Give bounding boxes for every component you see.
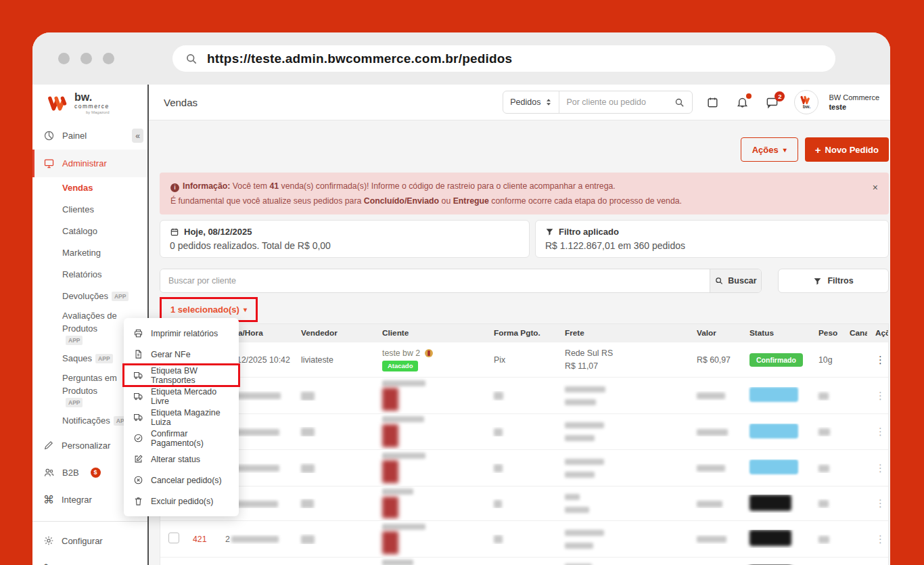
menu-item-label: Imprimir relatórios: [151, 329, 218, 338]
status-badge-redacted: [749, 495, 791, 511]
window-dot[interactable]: [103, 53, 114, 64]
chevron-down-icon: ▾: [244, 306, 247, 313]
menu-item-cancelar-pedidos[interactable]: Cancelar pedido(s): [124, 470, 239, 491]
redacted-text: [382, 560, 413, 565]
row-actions-button[interactable]: ⋮: [875, 462, 885, 474]
redacted-text: [382, 524, 425, 530]
acoes-button[interactable]: Ações ▾: [741, 137, 798, 162]
sidebar-collapse-button[interactable]: «: [132, 129, 143, 143]
sidebar-item-relatorios[interactable]: Relatórios: [62, 264, 143, 286]
redacted-text: [818, 428, 830, 436]
sidebar-item-label: Vendas: [62, 182, 93, 195]
row-actions-button[interactable]: ⋮: [875, 426, 885, 437]
table-row[interactable]: 420 1 R$ 15,00 ⋮: [160, 557, 888, 565]
client-search-input[interactable]: [160, 269, 710, 292]
table-row-redacted[interactable]: ⋮: [160, 413, 888, 450]
window-controls[interactable]: [58, 53, 114, 64]
messages-button[interactable]: 2: [762, 92, 782, 112]
status-badge-redacted: [749, 424, 798, 438]
col-frete: Frete: [557, 328, 689, 338]
table-row-redacted[interactable]: ⋮: [160, 377, 888, 413]
sidebar-item-marketing[interactable]: Marketing: [62, 242, 143, 264]
redacted-text: [697, 429, 728, 436]
sidebar-item-financeiro[interactable]: $ Financeiro: [32, 554, 147, 565]
redacted-badge: [382, 460, 398, 483]
table-row[interactable]: 08/12/2025 10:42 liviateste teste bw 2 A…: [160, 342, 888, 377]
menu-item-imprimir-relatorios[interactable]: Imprimir relatórios: [124, 323, 239, 344]
filtros-button[interactable]: Filtros: [778, 269, 889, 293]
truck-icon: [133, 412, 143, 422]
window-dot[interactable]: [58, 53, 70, 64]
sidebar-item-label: Integrar: [62, 495, 92, 505]
menu-item-gerar-nfe[interactable]: Gerar NFe: [124, 344, 239, 365]
table-header-row: Data/Hora Vendedor Cliente Forma Pgto. F…: [160, 324, 888, 342]
sidebar-item-devolucoes[interactable]: DevoluçõesAPP: [62, 286, 143, 307]
dashboard-icon: [43, 130, 55, 141]
avatar-brand-text: bw.: [803, 104, 810, 109]
sort-arrows-icon: [545, 98, 552, 106]
sidebar-item-vendas[interactable]: Vendas: [62, 177, 143, 199]
row-actions-button[interactable]: ⋮: [875, 390, 885, 401]
menu-item-excluir-pedidos[interactable]: Excluir pedido(s): [124, 491, 239, 512]
filter-icon: [813, 277, 822, 286]
row-actions-button[interactable]: ⋮: [875, 354, 885, 365]
global-search-input[interactable]: [559, 97, 666, 107]
sidebar-item-administrar[interactable]: Administrar: [32, 150, 147, 177]
table-row[interactable]: 421 2 ⋮: [160, 520, 888, 557]
notifications-button[interactable]: [732, 92, 752, 112]
logo-byline: by Magazord: [74, 110, 110, 114]
document-icon: [133, 349, 143, 359]
redacted-badge: [382, 388, 398, 411]
account-avatar[interactable]: bw.: [794, 90, 818, 114]
novo-pedido-label: Novo Pedido: [825, 145, 879, 155]
bw-logo-icon: [47, 95, 70, 112]
menu-item-confirmar-pagamentos[interactable]: Confirmar Pagamento(s): [124, 428, 239, 449]
redacted-text: [301, 428, 315, 436]
sidebar-item-label: Personalizar: [62, 440, 110, 451]
search-scope-select[interactable]: Pedidos: [503, 91, 559, 113]
account-info[interactable]: BW Commerce teste: [829, 93, 879, 112]
sidebar-item-clientes[interactable]: Clientes: [62, 199, 143, 221]
row-actions-button[interactable]: ⋮: [875, 533, 885, 545]
sidebar-item-label: Clientes: [62, 204, 94, 217]
redacted-text: [494, 500, 502, 508]
order-number-link[interactable]: 421: [193, 535, 207, 544]
row-checkbox[interactable]: [168, 533, 179, 543]
redacted-text: [382, 380, 425, 386]
redacted-text: [494, 428, 503, 436]
plus-icon: +: [815, 144, 821, 156]
redacted-text: [697, 465, 725, 472]
app-badge: APP: [112, 292, 129, 301]
menu-item-alterar-status[interactable]: Alterar status: [124, 449, 239, 470]
sidebar-item-label: Devoluções: [62, 290, 108, 303]
sidebar-item-catalogo[interactable]: Catálogo: [62, 221, 143, 242]
chevron-down-icon: ▾: [783, 146, 787, 154]
logo-brand: bw.: [74, 92, 110, 103]
calendar-button[interactable]: [702, 92, 722, 112]
redacted-text: [301, 499, 314, 508]
row-actions-button[interactable]: ⋮: [875, 497, 885, 509]
col-status: Status: [741, 328, 810, 338]
sidebar-item-configurar[interactable]: Configurar: [32, 527, 147, 554]
address-bar[interactable]: https://teste.admin.bwcommerce.com.br/pe…: [172, 45, 835, 72]
menu-item-label: Etiqueta Mercado Livre: [151, 387, 229, 406]
global-search-button[interactable]: [666, 91, 692, 113]
close-icon[interactable]: ×: [873, 179, 878, 196]
redacted-text: [565, 530, 604, 536]
redacted-text: [818, 500, 829, 507]
window-dot[interactable]: [80, 53, 92, 64]
menu-item-etiqueta-magazine-luiza[interactable]: Etiqueta Magazine Luiza: [124, 407, 239, 428]
app-badge: APP: [95, 354, 112, 363]
sidebar-item-painel[interactable]: Painel «: [32, 122, 147, 150]
novo-pedido-button[interactable]: + Novo Pedido: [805, 137, 889, 162]
filter-subtitle: R$ 1.122.867,01 em 360 pedidos: [545, 240, 879, 251]
order-cliente[interactable]: teste bw 2: [382, 348, 420, 358]
menu-item-etiqueta-bw-transportes[interactable]: Etiqueta BW Transportes: [124, 365, 239, 386]
buscar-button[interactable]: Buscar: [710, 269, 761, 292]
menu-item-etiqueta-mercado-livre[interactable]: Etiqueta Mercado Livre: [124, 386, 239, 407]
table-row-redacted[interactable]: ⋮: [160, 449, 888, 486]
col-forma-pgto: Forma Pgto.: [486, 328, 557, 338]
table-row-redacted[interactable]: ⋮: [160, 486, 888, 521]
redacted-text: [231, 536, 279, 543]
redacted-badge: [382, 531, 398, 554]
